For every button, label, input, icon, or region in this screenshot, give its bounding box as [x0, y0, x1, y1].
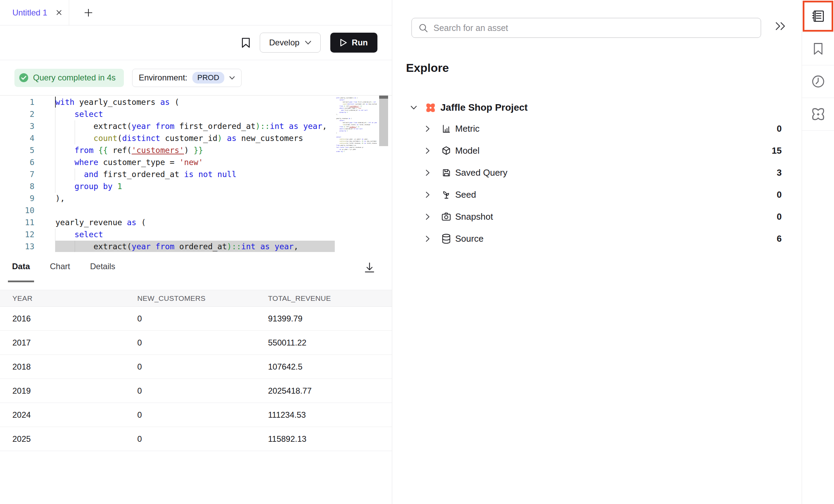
line-number: 6	[0, 156, 34, 168]
line-number: 11	[0, 217, 34, 229]
editor-tab-untitled[interactable]: Untitled 1	[0, 0, 69, 25]
develop-dropdown[interactable]: Develop	[260, 33, 321, 53]
bookmark-icon[interactable]	[242, 37, 250, 48]
results-table-header: YEARNEW_CUSTOMERSTOTAL_REVENUE	[0, 290, 392, 307]
table-cell: 107642.5	[268, 362, 392, 372]
table-cell: 115892.13	[268, 434, 392, 444]
results-tab-details[interactable]: Details	[86, 252, 119, 282]
table-cell: 0	[137, 386, 268, 396]
asset-search-input[interactable]	[434, 23, 761, 33]
environment-select[interactable]: Environment: PROD	[132, 69, 242, 87]
code-line[interactable]: with yearly_customers as (	[55, 96, 335, 108]
dbt-logo-outline-icon	[811, 107, 825, 121]
code-line[interactable]: group by 1	[55, 180, 335, 193]
table-cell: 0	[137, 314, 268, 324]
results-tab-data[interactable]: Data	[8, 252, 34, 282]
tree-item-count: 6	[777, 233, 782, 244]
indent-guide	[75, 241, 75, 252]
chevron-right-icon[interactable]	[426, 147, 431, 154]
saved-query-icon	[441, 168, 451, 177]
sql-editor[interactable]: 12345678910111213 with yearly_customers …	[0, 95, 392, 252]
rail-dbt-assistant-button[interactable]	[802, 98, 834, 131]
tree-item-metric[interactable]: Metric0	[393, 118, 802, 140]
tree-item-source[interactable]: Source6	[393, 228, 802, 250]
tab-title: Untitled 1	[12, 8, 47, 18]
rail-history-button[interactable]	[802, 65, 834, 98]
environment-label: Environment:	[139, 73, 187, 83]
side-rail	[802, 0, 834, 504]
chevron-right-icon[interactable]	[426, 191, 431, 198]
asset-search-box[interactable]	[411, 18, 761, 38]
code-line[interactable]: where customer_type = 'new'	[55, 156, 335, 168]
collapse-panel-icon[interactable]	[775, 21, 787, 31]
catalog-icon	[811, 9, 825, 23]
code-line[interactable]: from {{ ref('customers') }}	[55, 144, 335, 156]
chevron-right-icon[interactable]	[426, 213, 431, 220]
column-header: NEW_CUSTOMERS	[137, 294, 268, 303]
table-row[interactable]: 201902025418.77	[0, 379, 392, 403]
tree-item-label: Seed	[455, 189, 476, 200]
table-cell: 111234.53	[268, 410, 392, 420]
rail-bookmarks-button[interactable]	[802, 33, 834, 65]
metric-icon	[441, 124, 451, 133]
code-line[interactable]: select	[55, 108, 335, 120]
editor-tabbar: Untitled 1	[0, 0, 392, 25]
source-icon	[441, 234, 451, 244]
code-line[interactable]: ),	[55, 193, 335, 205]
query-status-text: Query completed in 4s	[33, 73, 116, 83]
line-number: 10	[0, 205, 34, 217]
line-number: 4	[0, 132, 34, 144]
table-row[interactable]: 20240111234.53	[0, 403, 392, 427]
tree-item-seed[interactable]: Seed0	[393, 184, 802, 206]
rail-catalog-button[interactable]	[802, 0, 834, 33]
check-circle-icon	[19, 73, 29, 83]
results-tab-chart[interactable]: Chart	[46, 252, 74, 282]
line-number: 7	[0, 168, 34, 180]
close-tab-icon[interactable]	[56, 10, 62, 15]
editor-line-numbers: 12345678910111213	[0, 96, 34, 252]
table-cell: 2025418.77	[268, 386, 392, 396]
chevron-down-icon	[410, 106, 417, 110]
tree-item-count: 0	[777, 123, 782, 134]
editor-scrollbar[interactable]	[379, 96, 388, 252]
run-button[interactable]: Run	[330, 33, 377, 53]
scrollbar-thumb[interactable]	[379, 96, 388, 146]
code-line[interactable]: count(distinct customer_id) as new_custo…	[55, 132, 335, 144]
code-line[interactable]: extract(year from ordered_at)::int as ye…	[55, 241, 335, 252]
table-cell: 0	[137, 338, 268, 348]
project-tree-root[interactable]: Jaffle Shop Project	[393, 98, 802, 118]
code-line[interactable]	[55, 205, 335, 217]
snapshot-icon	[441, 212, 451, 221]
chevron-right-icon[interactable]	[426, 125, 431, 132]
explore-panel: Explore Jaffle Shop Project Metric0Model…	[393, 0, 802, 504]
code-line[interactable]: extract(year from first_ordered_at)::int…	[55, 120, 335, 132]
line-number: 8	[0, 180, 34, 193]
table-row[interactable]: 20250115892.13	[0, 427, 392, 451]
chevron-right-icon[interactable]	[426, 235, 431, 242]
table-cell: 2025	[12, 434, 137, 444]
chevron-down-icon	[229, 76, 235, 80]
table-row[interactable]: 20170550011.22	[0, 331, 392, 355]
editor-code[interactable]: with yearly_customers as ( select extrac…	[55, 96, 335, 252]
new-tab-button[interactable]	[84, 0, 93, 25]
code-line[interactable]: and first_ordered_at is not null	[55, 168, 335, 180]
tree-item-saved-query[interactable]: Saved Query3	[393, 162, 802, 184]
table-row[interactable]: 20180107642.5	[0, 355, 392, 379]
tree-item-model[interactable]: Model15	[393, 140, 802, 162]
tree-item-snapshot[interactable]: Snapshot0	[393, 206, 802, 228]
code-line[interactable]: select	[55, 229, 335, 241]
table-cell: 2019	[12, 386, 137, 396]
search-icon	[419, 23, 428, 33]
table-row[interactable]: 2016091399.79	[0, 307, 392, 331]
editor-minimap[interactable]: with yearly_customers as ( select extrac…	[336, 97, 377, 153]
download-results-icon[interactable]	[364, 262, 375, 273]
column-header: TOTAL_REVENUE	[268, 294, 392, 303]
chevron-right-icon[interactable]	[426, 169, 431, 176]
model-icon	[441, 146, 451, 155]
app-root: Untitled 1 Develop Run	[0, 0, 834, 504]
table-cell: 2017	[12, 338, 137, 348]
minimap-line: order by 1	[336, 151, 377, 153]
code-line[interactable]: yearly_revenue as (	[55, 217, 335, 229]
results-table: YEARNEW_CUSTOMERSTOTAL_REVENUE 201609139…	[0, 290, 392, 451]
run-label: Run	[352, 38, 368, 47]
